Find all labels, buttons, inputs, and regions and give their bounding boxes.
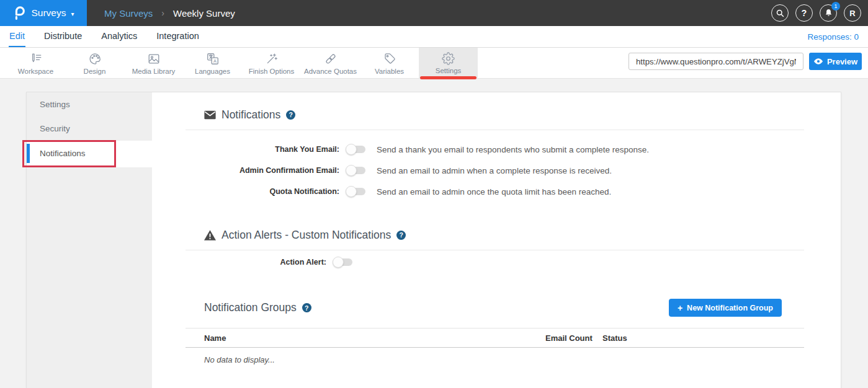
settings-sidebar: Settings Security Notifications [27,92,152,388]
languages-icon: A [206,52,220,66]
toolbar-item-advance-quotas[interactable]: Advance Quotas [301,48,360,79]
setting-description: Send an email to admin when a complete r… [377,166,612,175]
variables-icon [383,52,396,66]
toolbar-item-label: Design [84,68,106,75]
preview-button-label: Preview [827,57,857,66]
bell-icon [824,8,833,18]
action-alert-row: Action Alert: [186,252,804,273]
toolbar-item-label: Finish Options [249,68,295,75]
toolbar-item-label: Settings [436,67,462,74]
edit-toolbar: Workspace Design Media Library [0,48,868,79]
notifications-content: Notifications ? Thank You Email: Send a … [152,92,841,388]
help-button[interactable]: ? [795,4,813,22]
plus-icon: + [678,303,682,313]
toolbar-item-languages[interactable]: A Languages [183,48,242,79]
responses-count[interactable]: Responses: 0 [807,32,859,42]
breadcrumb-my-surveys[interactable]: My Surveys [104,8,153,19]
groups-table-header: Name Email Count Status [186,328,804,348]
survey-url-input[interactable] [629,53,803,70]
toolbar-item-workspace[interactable]: Workspace [6,48,65,79]
breadcrumb-separator-icon: › [161,8,164,18]
setting-label: Thank You Email: [186,145,339,154]
admin-confirmation-email-toggle[interactable] [347,167,365,174]
groups-title: Notification Groups ? [204,301,311,314]
section-title: Notification Groups [204,301,297,314]
svg-text:A: A [213,58,217,64]
preview-button[interactable]: Preview [809,53,862,70]
setting-label: Quota Notification: [186,187,339,196]
section-divider [186,130,804,130]
breadcrumb-current-survey: Weekly Survey [173,8,235,19]
column-status: Status [602,333,804,343]
toggle-knob [333,257,344,268]
design-icon [88,52,102,66]
toggle-knob [346,144,357,155]
notifications-button[interactable]: 1 [820,4,837,22]
help-icon[interactable]: ? [302,303,311,312]
toolbar-item-label: Languages [195,68,230,75]
action-alert-toggle[interactable] [334,258,352,266]
toolbar-item-finish-options[interactable]: Finish Options [242,48,301,79]
column-email-count: Email Count [545,333,602,343]
envelope-icon [204,110,216,120]
top-header: Surveys ▾ My Surveys › Weekly Survey ? [0,0,868,26]
setting-description: Send a thank you email to respondents wh… [377,145,649,154]
sidebar-filler [27,167,152,388]
warning-triangle-icon [204,230,216,240]
tab-integration[interactable]: Integration [156,26,200,47]
notifications-section-header: Notifications ? [204,108,804,121]
tab-edit[interactable]: Edit [9,26,25,47]
toolbar-item-label: Workspace [18,68,53,75]
notification-toggles: Thank You Email: Send a thank you email … [186,139,804,202]
product-name: Surveys [31,7,66,19]
help-icon: ? [802,8,807,18]
avatar[interactable]: R [844,4,861,22]
new-group-button-label: New Notification Group [687,304,773,312]
notification-groups-section-header: Notification Groups ? + New Notification… [186,299,804,317]
toolbar-item-label: Media Library [132,68,176,75]
notification-count-badge: 1 [831,2,840,11]
thank-you-email-row: Thank You Email: Send a thank you email … [186,139,804,160]
settings-gear-icon [442,52,455,65]
search-icon [776,9,785,18]
tab-analytics[interactable]: Analytics [101,26,138,47]
annotation-settings-underline [420,76,477,79]
surveys-product-menu[interactable]: Surveys ▾ [0,0,87,26]
chevron-down-icon: ▾ [71,11,74,17]
toolbar-item-media-library[interactable]: Media Library [124,48,183,79]
toggle-knob [346,165,357,176]
quota-notification-toggle[interactable] [347,188,365,195]
sidebar-item-notifications[interactable]: Notifications [27,141,152,166]
setting-description: Send an email to admin once the quota li… [377,187,611,196]
toolbar-item-settings[interactable]: Settings [419,48,478,79]
sidebar-item-security[interactable]: Security [27,117,152,141]
media-library-icon [147,52,161,66]
toolbar-item-label: Advance Quotas [304,68,357,75]
new-notification-group-button[interactable]: + New Notification Group [669,299,782,317]
questionpro-logo-icon [12,6,26,20]
section-divider [186,250,804,250]
sidebar-item-settings[interactable]: Settings [27,92,152,117]
finish-options-icon [265,52,279,66]
help-icon[interactable]: ? [286,110,295,120]
thank-you-email-toggle[interactable] [347,146,365,153]
column-name: Name [186,333,545,343]
help-icon[interactable]: ? [396,231,406,240]
groups-table-empty-text: No data to display... [204,355,804,364]
toolbar-item-variables[interactable]: Variables [360,48,419,79]
tab-distribute[interactable]: Distribute [43,26,83,47]
workspace-icon [29,52,43,66]
setting-label: Admin Confirmation Email: [186,166,339,175]
header-actions: ? 1 R [771,4,861,22]
toolbar-item-design[interactable]: Design [65,48,124,79]
section-title: Action Alerts - Custom Notifications [221,229,391,242]
search-button[interactable] [771,4,789,22]
settings-card: Settings Security Notifications Notifica… [26,92,841,388]
survey-nav-tabs: Edit Distribute Analytics Integration Re… [0,26,868,48]
eye-icon [813,58,823,65]
settings-page: Settings Security Notifications Notifica… [0,79,868,388]
advance-quotas-icon [324,52,338,66]
toolbar-item-label: Variables [375,68,404,75]
section-title: Notifications [221,108,280,121]
setting-label: Action Alert: [186,258,326,267]
